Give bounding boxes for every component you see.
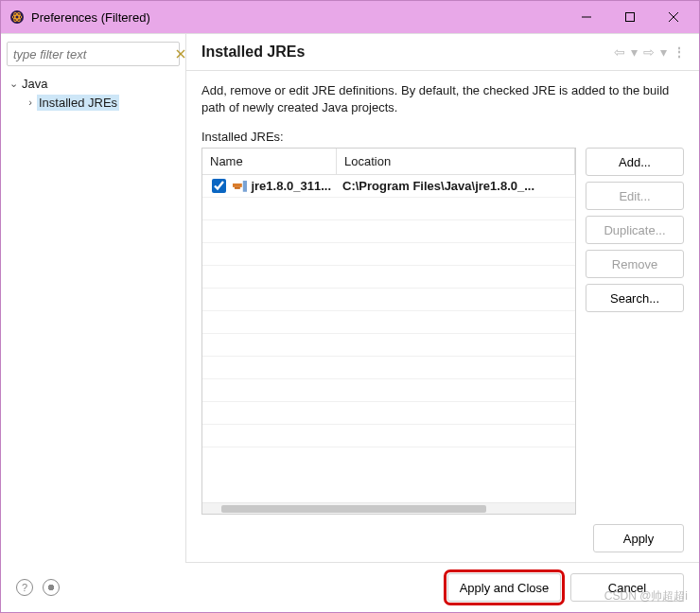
close-button[interactable] bbox=[652, 1, 695, 33]
nav-dropdown-icon[interactable]: ▾ bbox=[658, 44, 669, 60]
page-title: Installed JREs bbox=[201, 44, 612, 61]
tree-label: Java bbox=[20, 76, 49, 92]
window-title: Preferences (Filtered) bbox=[31, 10, 565, 25]
titlebar: Preferences (Filtered) bbox=[1, 1, 699, 33]
table-row bbox=[202, 311, 575, 334]
table-row bbox=[202, 220, 575, 243]
column-location[interactable]: Location bbox=[337, 149, 575, 174]
page-nav: ⇦ ▾ ⇨ ▾ ⋮ bbox=[612, 44, 688, 60]
duplicate-button[interactable]: Duplicate... bbox=[586, 216, 684, 244]
jre-location: C:\Program Files\Java\jre1.8.0_... bbox=[337, 179, 575, 193]
column-name[interactable]: Name bbox=[202, 149, 337, 174]
tree-node-java[interactable]: ⌄ Java bbox=[7, 74, 185, 93]
content-pane: Installed JREs ⇦ ▾ ⇨ ▾ ⋮ Add, remove or … bbox=[186, 34, 699, 563]
preferences-tree: ⌄ Java › Installed JREs bbox=[1, 72, 185, 112]
maximize-button[interactable] bbox=[608, 1, 652, 33]
svg-rect-10 bbox=[233, 184, 242, 187]
search-button[interactable]: Search... bbox=[586, 284, 684, 312]
table-row bbox=[202, 266, 575, 289]
add-button[interactable]: Add... bbox=[586, 148, 684, 176]
expand-icon[interactable]: › bbox=[24, 96, 37, 108]
dialog-footer: ? Apply and Close Cancel bbox=[1, 563, 699, 612]
import-export-icon[interactable] bbox=[43, 579, 60, 596]
table-row[interactable]: jre1.8.0_311... C:\Program Files\Java\jr… bbox=[202, 175, 575, 198]
help-icon[interactable]: ? bbox=[16, 579, 33, 596]
nav-forward-icon[interactable]: ⇨ bbox=[641, 44, 656, 60]
jre-icon bbox=[233, 181, 248, 192]
jre-action-buttons: Add... Edit... Duplicate... Remove Searc… bbox=[586, 148, 684, 515]
svg-rect-11 bbox=[235, 187, 240, 189]
table-row bbox=[202, 402, 575, 425]
sidebar: ⌄ Java › Installed JREs bbox=[1, 34, 186, 563]
jre-table[interactable]: Name Location jre1.8.0_311... bbox=[201, 148, 576, 515]
tree-node-installed-jres[interactable]: › Installed JREs bbox=[7, 93, 185, 112]
edit-button[interactable]: Edit... bbox=[586, 182, 684, 210]
table-row bbox=[202, 379, 575, 402]
collapse-icon[interactable]: ⌄ bbox=[7, 78, 20, 90]
svg-rect-5 bbox=[626, 13, 635, 22]
nav-back-icon[interactable]: ⇦ bbox=[612, 44, 627, 60]
tree-label: Installed JREs bbox=[37, 95, 119, 111]
jre-list-label: Installed JREs: bbox=[186, 122, 699, 148]
filter-input[interactable] bbox=[11, 46, 175, 62]
table-row bbox=[202, 289, 575, 311]
cancel-button[interactable]: Cancel bbox=[570, 573, 684, 602]
eclipse-icon bbox=[9, 9, 26, 26]
filter-box[interactable] bbox=[7, 42, 180, 66]
clear-filter-icon[interactable] bbox=[175, 46, 186, 61]
apply-button[interactable]: Apply bbox=[593, 524, 684, 552]
jre-name: jre1.8.0_311... bbox=[251, 179, 331, 193]
horizontal-scrollbar[interactable] bbox=[202, 502, 575, 514]
table-row bbox=[202, 198, 575, 220]
nav-menu-icon[interactable]: ⋮ bbox=[671, 44, 688, 60]
minimize-button[interactable] bbox=[565, 1, 608, 33]
page-description: Add, remove or edit JRE definitions. By … bbox=[186, 71, 699, 122]
table-row bbox=[202, 357, 575, 379]
table-row bbox=[202, 243, 575, 266]
jre-checkbox[interactable] bbox=[212, 179, 226, 193]
table-row bbox=[202, 334, 575, 357]
remove-button[interactable]: Remove bbox=[586, 250, 684, 278]
svg-rect-12 bbox=[243, 181, 248, 192]
apply-and-close-button[interactable]: Apply and Close bbox=[447, 573, 561, 602]
table-header: Name Location bbox=[202, 149, 575, 175]
table-row bbox=[202, 425, 575, 447]
nav-dropdown-icon[interactable]: ▾ bbox=[629, 44, 639, 60]
